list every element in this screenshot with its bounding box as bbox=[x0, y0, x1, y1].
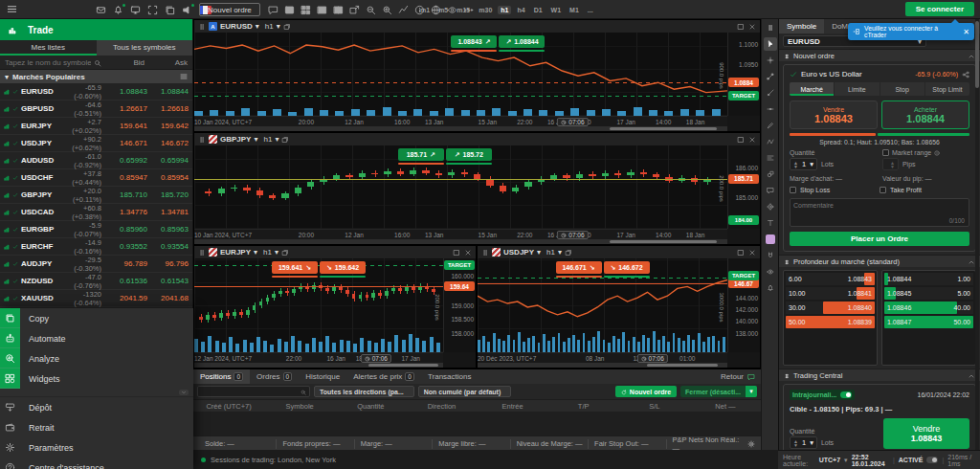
chart-buy-button[interactable]: ↗185.72 bbox=[446, 148, 492, 161]
chart-timeframe[interactable]: h1 bbox=[265, 22, 274, 31]
price-axis[interactable]: 186.000185.000185.71184.00 bbox=[727, 145, 760, 229]
chart-plot-gbpjpy[interactable]: 185.71↗↗185.72 bbox=[194, 145, 727, 229]
bid-price[interactable]: 185.710 bbox=[109, 190, 147, 199]
eye-icon[interactable] bbox=[764, 265, 777, 279]
ask-price[interactable]: 0.61543 bbox=[150, 277, 189, 285]
ask-price[interactable]: 146.672 bbox=[150, 139, 189, 147]
gear-icon[interactable] bbox=[747, 439, 755, 448]
ask-price[interactable]: 1.34781 bbox=[150, 208, 189, 216]
chart-link-icon[interactable] bbox=[209, 135, 217, 144]
chevron-down-icon[interactable]: ▾ bbox=[256, 22, 259, 31]
order-type-marché[interactable]: Marché bbox=[790, 82, 835, 96]
chevron-down-icon[interactable]: ▾ bbox=[277, 22, 280, 31]
take-profit-checkbox[interactable] bbox=[880, 187, 886, 193]
share-icon[interactable] bbox=[962, 70, 969, 78]
tc-sell-button[interactable]: Vendre 1.08843 bbox=[883, 418, 969, 449]
monitor-icon[interactable] bbox=[130, 5, 141, 15]
timeframe-more[interactable]: ... bbox=[585, 6, 596, 14]
dom-bid-row[interactable]: 30.001.08840 bbox=[786, 302, 875, 314]
watchlist-row-gbpusd[interactable]: GBPUSD-64.6 (-0.51%)1.266171.26618 bbox=[0, 100, 192, 118]
chart-symbol[interactable]: EURUSD bbox=[220, 22, 253, 31]
price-axis[interactable]: 1.10001.09501.0884TARGET bbox=[727, 33, 760, 116]
new-order-button[interactable]: Nouvel ordre bbox=[199, 3, 260, 16]
chevron-down-icon[interactable]: ▾ bbox=[254, 248, 257, 257]
watchlist-group-header[interactable]: ▾ Marchés Populaires bbox=[0, 70, 192, 83]
fibonacci-icon[interactable] bbox=[764, 151, 777, 165]
price-axis[interactable]: 160.000159.000158.500158.000159.64TARGET bbox=[443, 258, 476, 352]
trading-central-header[interactable]: Trading Central bbox=[779, 368, 980, 381]
scrollbar-handle[interactable] bbox=[368, 364, 438, 367]
tab-historique[interactable]: Historique bbox=[299, 369, 346, 384]
ask-price[interactable]: 96.796 bbox=[150, 259, 189, 268]
new-order-button-bottom[interactable]: Nouvel ordre bbox=[615, 386, 677, 397]
bid-column-header[interactable]: Bid bbox=[104, 58, 145, 67]
chevron-up-icon[interactable] bbox=[968, 257, 975, 266]
pattern-icon[interactable] bbox=[764, 135, 777, 148]
chart-timeframe[interactable]: h1 bbox=[263, 135, 272, 144]
direction-filter-select[interactable]: Toutes les directions (pa... bbox=[314, 386, 414, 397]
tab-alertes-de-prix[interactable]: Alertes de prix0 bbox=[346, 369, 421, 384]
ask-price[interactable]: 2041.68 bbox=[150, 294, 189, 302]
shapes-icon[interactable] bbox=[764, 168, 777, 181]
chevron-down-icon[interactable]: ▾ bbox=[275, 248, 278, 257]
dom-ask-row[interactable]: 1.088455.00 bbox=[884, 287, 973, 300]
dom-bid-row[interactable]: 10.001.08841 bbox=[786, 287, 875, 300]
dragdots-icon[interactable] bbox=[481, 248, 489, 257]
chevron-down-icon[interactable]: ▾ bbox=[275, 135, 278, 144]
watchlist-row-eurgbp[interactable]: EURGBP-5.9 (-0.07%)0.859600.85963 bbox=[0, 221, 192, 238]
ask-column-header[interactable]: Ask bbox=[147, 58, 188, 67]
connect-button[interactable]: Se connecter bbox=[905, 2, 974, 16]
nav-item-param-tres[interactable]: Paramètres bbox=[0, 437, 193, 458]
price-axis[interactable]: 144.000142.000140.000138.000146.67TARGET bbox=[727, 258, 760, 352]
zoom-in-icon[interactable] bbox=[382, 5, 392, 15]
right-panel-scrollbar[interactable] bbox=[975, 19, 979, 450]
bell-icon[interactable] bbox=[764, 281, 777, 295]
polyline-icon[interactable] bbox=[398, 5, 409, 15]
zoom-out-icon[interactable] bbox=[366, 5, 376, 15]
popup-icon[interactable] bbox=[283, 22, 291, 31]
ask-price[interactable]: 0.85954 bbox=[150, 173, 189, 182]
ask-price[interactable]: 1.26618 bbox=[150, 104, 189, 113]
chart-buy-button[interactable]: ↘159.642 bbox=[320, 261, 366, 274]
quantity-stepper[interactable]: ▲▼ 1 ▾ bbox=[790, 158, 817, 170]
chart-eurusd[interactable]: AEURUSD▾h1▾1.08843↗↗1.088441.10001.09501… bbox=[193, 19, 761, 132]
chart-sell-button[interactable]: 159.641↘ bbox=[272, 261, 318, 274]
ray-icon[interactable] bbox=[764, 86, 777, 100]
watchlist-row-usdjpy[interactable]: USDJPY+90.2 (+0.62%)146.671146.672 bbox=[0, 135, 192, 152]
bid-price[interactable]: 159.641 bbox=[109, 122, 147, 130]
hamburger-menu-icon[interactable] bbox=[7, 4, 17, 14]
symbol-search-input[interactable] bbox=[5, 58, 91, 67]
tab-positions[interactable]: Positions0 bbox=[193, 369, 250, 384]
chevron-down-icon[interactable]: ▾ bbox=[746, 386, 757, 397]
chart-sell-button[interactable]: 185.71↗ bbox=[398, 148, 444, 161]
intraday-toggle[interactable] bbox=[840, 391, 852, 398]
dom-ask-row[interactable]: 1.0884750.00 bbox=[884, 316, 973, 328]
color-swatch[interactable] bbox=[764, 233, 777, 246]
chart-scrollbar[interactable] bbox=[194, 239, 727, 244]
tc-quantity-stepper[interactable]: ▲▼ 1 ▾ bbox=[790, 436, 817, 449]
maximize-icon[interactable] bbox=[737, 248, 745, 257]
bid-price[interactable]: 0.93552 bbox=[109, 242, 147, 251]
sound-icon[interactable] bbox=[182, 5, 192, 15]
buy-button[interactable]: Acheter 1.08844 bbox=[881, 100, 969, 129]
chevron-down-icon[interactable]: ▾ bbox=[537, 248, 541, 257]
comment-textarea[interactable]: Commentaire 0/100 bbox=[790, 198, 969, 227]
nav-item-automate[interactable]: Automate bbox=[0, 328, 193, 348]
maximize-icon[interactable] bbox=[453, 248, 460, 257]
active-toggle[interactable] bbox=[926, 457, 938, 463]
crosshair-icon[interactable] bbox=[764, 54, 777, 67]
maximize-icon[interactable] bbox=[737, 135, 745, 144]
chart-link-icon[interactable] bbox=[209, 248, 217, 257]
dragdots-icon[interactable] bbox=[198, 248, 206, 257]
split-layout-icon[interactable] bbox=[333, 5, 344, 15]
order-section-header[interactable]: Nouvel ordre bbox=[779, 49, 980, 61]
chart-symbol[interactable]: USDJPY bbox=[503, 248, 534, 257]
market-range-checkbox[interactable] bbox=[882, 149, 889, 156]
order-type-limite[interactable]: Limite bbox=[835, 82, 880, 96]
intraday-badge[interactable]: Intrajournali... bbox=[790, 390, 855, 400]
watchlist-row-audjpy[interactable]: AUDJPY-29.5 (-0.30%)96.78996.796 bbox=[0, 256, 192, 273]
chart-scrollbar[interactable] bbox=[194, 126, 727, 131]
tab-tous-les-symboles[interactable]: Tous les symboles bbox=[97, 40, 193, 56]
timeframe-h1[interactable]: h1 bbox=[498, 6, 511, 14]
watchlist-row-eurchf[interactable]: EURCHF-14.9 (-0.16%)0.935520.93554 bbox=[0, 238, 192, 256]
